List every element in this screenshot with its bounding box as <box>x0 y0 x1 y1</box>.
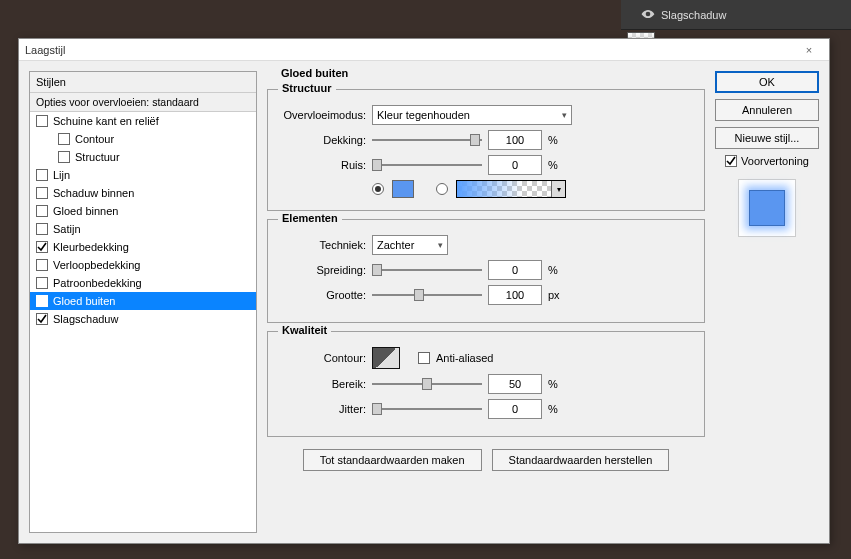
jitter-unit: % <box>548 403 568 415</box>
style-label: Schaduw binnen <box>53 187 134 199</box>
spread-unit: % <box>548 264 568 276</box>
range-slider[interactable] <box>372 377 482 391</box>
style-label: Slagschaduw <box>53 313 118 325</box>
style-checkbox[interactable] <box>36 241 48 253</box>
style-checkbox[interactable] <box>36 223 48 235</box>
close-button[interactable]: × <box>795 44 823 56</box>
style-item[interactable]: Structuur <box>30 148 256 166</box>
style-checkbox[interactable] <box>36 313 48 325</box>
spread-label: Spreiding: <box>280 264 366 276</box>
style-checkbox[interactable] <box>36 115 48 127</box>
chevron-down-icon: ▾ <box>551 181 565 197</box>
style-item[interactable]: Schaduw binnen <box>30 184 256 202</box>
style-item[interactable]: Contour <box>30 130 256 148</box>
blendmode-value: Kleur tegenhouden <box>377 109 470 121</box>
quality-legend: Kwaliteit <box>278 324 331 336</box>
style-label: Verloopbedekking <box>53 259 140 271</box>
host-layers-row: Slagschaduw <box>621 0 851 30</box>
styles-list: Schuine kant en reliëfContourStructuurLi… <box>30 112 256 532</box>
style-label: Contour <box>75 133 114 145</box>
technique-value: Zachter <box>377 239 414 251</box>
noise-unit: % <box>548 159 568 171</box>
style-checkbox[interactable] <box>58 151 70 163</box>
structure-legend: Structuur <box>278 82 336 94</box>
new-style-button[interactable]: Nieuwe stijl... <box>715 127 819 149</box>
style-item[interactable]: Lijn <box>30 166 256 184</box>
jitter-label: Jitter: <box>280 403 366 415</box>
antialias-checkbox[interactable] <box>418 352 430 364</box>
style-item[interactable]: Kleurbedekking <box>30 238 256 256</box>
size-unit: px <box>548 289 568 301</box>
layer-style-dialog: Laagstijl × Stijlen Opties voor overvloe… <box>18 38 830 544</box>
style-checkbox[interactable] <box>36 187 48 199</box>
chevron-down-icon: ▾ <box>562 110 567 120</box>
style-checkbox[interactable] <box>36 169 48 181</box>
styles-list-panel: Stijlen Opties voor overvloeien: standaa… <box>29 71 257 533</box>
range-input[interactable] <box>488 374 542 394</box>
style-label: Structuur <box>75 151 120 163</box>
jitter-slider[interactable] <box>372 402 482 416</box>
panel-title: Gloed buiten <box>277 67 352 79</box>
cancel-button[interactable]: Annuleren <box>715 99 819 121</box>
color-swatch[interactable] <box>392 180 414 198</box>
style-checkbox[interactable] <box>36 205 48 217</box>
style-label: Schuine kant en reliëf <box>53 115 159 127</box>
spread-slider[interactable] <box>372 263 482 277</box>
style-item[interactable]: Slagschaduw <box>30 310 256 328</box>
style-label: Kleurbedekking <box>53 241 129 253</box>
range-unit: % <box>548 378 568 390</box>
noise-slider[interactable] <box>372 158 482 172</box>
jitter-input[interactable] <box>488 399 542 419</box>
style-item[interactable]: Satijn <box>30 220 256 238</box>
styles-header[interactable]: Stijlen <box>30 72 256 93</box>
titlebar[interactable]: Laagstijl × <box>19 39 829 61</box>
blendmode-combo[interactable]: Kleur tegenhouden ▾ <box>372 105 572 125</box>
style-label: Lijn <box>53 169 70 181</box>
opacity-slider[interactable] <box>372 133 482 147</box>
noise-input[interactable] <box>488 155 542 175</box>
ok-button[interactable]: OK <box>715 71 819 93</box>
contour-picker[interactable] <box>372 347 400 369</box>
blendmode-label: Overvloeimodus: <box>280 109 366 121</box>
size-slider[interactable] <box>372 288 482 302</box>
structure-group: Structuur Overvloeimodus: Kleur tegenhou… <box>267 89 705 211</box>
style-checkbox[interactable] <box>58 133 70 145</box>
size-input[interactable] <box>488 285 542 305</box>
contour-label: Contour: <box>280 352 366 364</box>
style-item[interactable]: Gloed buiten <box>30 292 256 310</box>
style-item[interactable]: Gloed binnen <box>30 202 256 220</box>
elements-legend: Elementen <box>278 212 342 224</box>
style-label: Gloed buiten <box>53 295 115 307</box>
style-label: Gloed binnen <box>53 205 118 217</box>
technique-label: Techniek: <box>280 239 366 251</box>
visibility-eye-icon[interactable] <box>641 7 655 23</box>
style-checkbox[interactable] <box>36 295 48 307</box>
noise-label: Ruis: <box>280 159 366 171</box>
host-layer-name: Slagschaduw <box>661 9 726 21</box>
preview-label: Voorvertoning <box>741 155 809 167</box>
style-item[interactable]: Verloopbedekking <box>30 256 256 274</box>
spread-input[interactable] <box>488 260 542 280</box>
preview-checkbox[interactable] <box>725 155 737 167</box>
color-radio[interactable] <box>372 183 384 195</box>
opacity-label: Dekking: <box>280 134 366 146</box>
quality-group: Kwaliteit Contour: Anti-aliased Bereik: … <box>267 331 705 437</box>
style-item[interactable]: Patroonbedekking <box>30 274 256 292</box>
gradient-radio[interactable] <box>436 183 448 195</box>
technique-combo[interactable]: Zachter ▾ <box>372 235 448 255</box>
opacity-input[interactable] <box>488 130 542 150</box>
size-label: Grootte: <box>280 289 366 301</box>
make-default-button[interactable]: Tot standaardwaarden maken <box>303 449 482 471</box>
style-item[interactable]: Schuine kant en reliëf <box>30 112 256 130</box>
elements-group: Elementen Techniek: Zachter ▾ Spreiding:… <box>267 219 705 323</box>
blending-options-row[interactable]: Opties voor overvloeien: standaard <box>30 93 256 112</box>
reset-default-button[interactable]: Standaardwaarden herstellen <box>492 449 670 471</box>
dialog-title: Laagstijl <box>25 44 795 56</box>
antialias-label: Anti-aliased <box>436 352 493 364</box>
style-checkbox[interactable] <box>36 259 48 271</box>
style-label: Satijn <box>53 223 81 235</box>
range-label: Bereik: <box>280 378 366 390</box>
style-label: Patroonbedekking <box>53 277 142 289</box>
style-checkbox[interactable] <box>36 277 48 289</box>
gradient-picker[interactable]: ▾ <box>456 180 566 198</box>
